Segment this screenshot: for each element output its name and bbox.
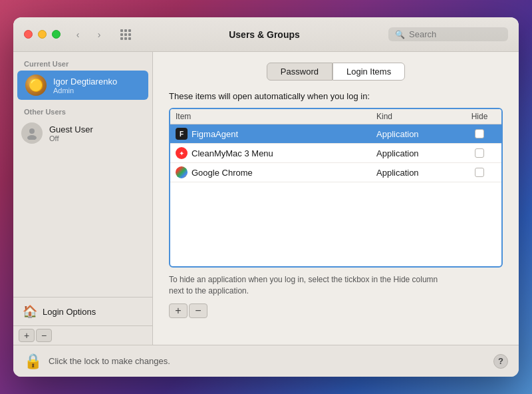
sidebar-spacer	[13, 148, 152, 297]
guest-user-item[interactable]: Guest User Off	[13, 118, 152, 148]
nav-buttons: ‹ ›	[68, 28, 108, 41]
current-user-avatar: 🟡	[25, 75, 47, 96]
lock-icon[interactable]: 🔒	[24, 353, 42, 370]
window-title: Users & Groups	[140, 29, 388, 40]
cell-item-name: F FigmaAgent	[176, 128, 376, 140]
items-table: Item Kind Hide F FigmaAgent Application	[169, 108, 503, 268]
guest-user-status: Off	[49, 134, 93, 142]
forward-button[interactable]: ›	[90, 28, 108, 41]
cell-hide	[463, 148, 496, 158]
add-item-button[interactable]: +	[169, 303, 188, 318]
search-input[interactable]	[409, 29, 501, 39]
help-button[interactable]: ?	[493, 354, 508, 369]
table-row[interactable]: ✦ CleanMyMac 3 Menu Application	[170, 144, 501, 163]
current-user-item[interactable]: 🟡 Igor Degtiarenko Admin	[17, 71, 148, 100]
tab-password[interactable]: Password	[267, 63, 332, 81]
figma-icon: F	[176, 128, 188, 140]
traffic-lights	[24, 30, 61, 39]
sidebar: Current User 🟡 Igor Degtiarenko Admin Ot…	[13, 52, 153, 345]
cleanmymac-icon: ✦	[176, 147, 188, 159]
current-user-name: Igor Degtiarenko	[53, 77, 117, 87]
table-header: Item Kind Hide	[170, 109, 501, 124]
cell-kind: Application	[376, 129, 463, 139]
login-options-item[interactable]: 🏠 Login Options	[13, 297, 152, 325]
grid-button[interactable]	[116, 28, 135, 41]
guest-user-avatar	[21, 122, 43, 144]
cell-item-name: ✦ CleanMyMac 3 Menu	[176, 147, 376, 159]
hint-text: To hide an application when you log in, …	[169, 274, 448, 297]
main-window: ‹ › Users & Groups 🔍 Current User 🟡 Igor…	[13, 17, 519, 377]
guest-user-info: Guest User Off	[49, 124, 93, 142]
current-user-role: Admin	[53, 87, 117, 95]
content-area: Current User 🟡 Igor Degtiarenko Admin Ot…	[13, 52, 519, 345]
hide-checkbox-0[interactable]	[475, 129, 484, 138]
close-button[interactable]	[24, 30, 33, 39]
add-user-button[interactable]: +	[19, 329, 35, 342]
titlebar: ‹ › Users & Groups 🔍	[13, 17, 519, 52]
lock-label: Click the lock to make changes.	[49, 356, 487, 366]
cell-kind: Application	[376, 168, 463, 178]
current-user-label: Current User	[13, 52, 152, 71]
add-remove-toolbar: + −	[169, 303, 503, 318]
tab-login-items[interactable]: Login Items	[332, 63, 405, 81]
sidebar-toolbar: + −	[13, 325, 152, 345]
cell-item-name: Google Chrome	[176, 166, 376, 178]
minimize-button[interactable]	[38, 30, 47, 39]
hide-checkbox-1[interactable]	[475, 148, 484, 158]
cell-hide	[463, 168, 496, 177]
login-options-label: Login Options	[43, 307, 96, 317]
guest-user-name: Guest User	[49, 124, 93, 134]
svg-point-0	[29, 128, 35, 134]
grid-icon	[120, 29, 131, 40]
tabs: Password Login Items	[169, 63, 503, 81]
search-icon: 🔍	[395, 30, 405, 39]
login-options-icon: 🏠	[23, 304, 37, 319]
table-row[interactable]: F FigmaAgent Application	[170, 124, 501, 144]
cell-hide	[463, 129, 496, 138]
main-panel: Password Login Items These items will op…	[153, 52, 519, 345]
search-bar[interactable]: 🔍	[388, 27, 508, 41]
remove-item-button[interactable]: −	[189, 303, 207, 318]
cell-kind: Application	[376, 148, 463, 158]
header-item: Item	[176, 112, 376, 121]
header-hide: Hide	[463, 112, 496, 121]
bottom-bar: 🔒 Click the lock to make changes. ?	[13, 345, 519, 377]
panel-description: These items will open automatically when…	[169, 91, 503, 101]
hide-checkbox-2[interactable]	[475, 168, 484, 177]
svg-point-1	[27, 135, 37, 140]
other-users-label: Other Users	[13, 100, 152, 118]
remove-user-button[interactable]: −	[36, 329, 52, 342]
table-row[interactable]: Google Chrome Application	[170, 163, 501, 182]
back-button[interactable]: ‹	[68, 28, 87, 41]
table-empty-area	[170, 182, 501, 249]
maximize-button[interactable]	[52, 30, 61, 39]
current-user-info: Igor Degtiarenko Admin	[53, 77, 117, 95]
header-kind: Kind	[376, 112, 463, 121]
chrome-icon	[176, 166, 188, 178]
